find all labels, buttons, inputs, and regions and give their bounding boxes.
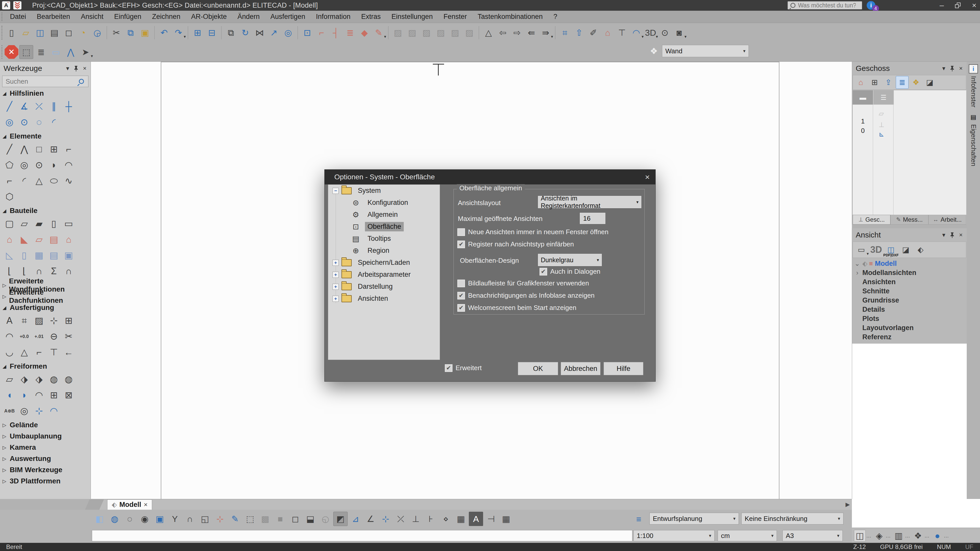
house-wizard-icon[interactable]: ⌂ — [601, 26, 614, 40]
tool-icon[interactable]: ▤ — [46, 232, 61, 247]
help-button[interactable]: Hilfe — [604, 362, 643, 375]
structure-tree-icon[interactable]: ❖ — [910, 76, 922, 89]
tool-icon[interactable]: ▱ — [17, 216, 32, 231]
more-dots-icon[interactable]: … — [944, 533, 949, 539]
height-settings-icon[interactable]: ⇧ — [572, 26, 586, 40]
tree-item-arbeitsparameter[interactable]: +Arbeitsparameter — [328, 268, 440, 281]
menu-fenster[interactable]: Fenster — [438, 11, 473, 23]
checkbox-icon[interactable] — [457, 304, 465, 312]
tool-icon[interactable]: ╱ — [2, 142, 17, 157]
tool-icon[interactable]: ⌐ — [61, 142, 76, 157]
cancel-icon[interactable]: ✕ — [5, 45, 18, 59]
model-import-icon[interactable]: ⬖ — [914, 243, 928, 257]
zoom-fit-icon[interactable]: ▣ — [153, 512, 167, 526]
tree-item-konfiguration[interactable]: ⊜Konfiguration — [328, 197, 440, 209]
view-next-icon[interactable]: ⇨ — [510, 26, 524, 40]
tab-arbeit[interactable]: ↔Arbeit... — [928, 215, 966, 224]
max-views-input[interactable]: 16 — [580, 213, 605, 224]
select-region-icon[interactable]: ◎ — [281, 26, 295, 40]
checkbox-welcome[interactable]: Welcomescreen beim Start anzeigen — [457, 304, 576, 312]
tree-item-darstellung[interactable]: +Darstellung — [328, 281, 440, 292]
tool-icon[interactable]: ◍ — [46, 372, 61, 387]
pin-icon[interactable] — [73, 65, 79, 71]
trim-element-icon[interactable]: ┤ — [329, 26, 343, 40]
select-icon[interactable]: ⬚ — [19, 45, 33, 59]
dialog-title-bar[interactable]: Optionen - System - Oberfläche × — [325, 170, 655, 184]
point-snap-icon[interactable]: ⊹ — [379, 512, 393, 526]
light-icon[interactable]: ⊙ — [658, 26, 672, 40]
tool-icon[interactable]: ∩ — [61, 264, 76, 279]
undo-icon[interactable]: ↶ — [157, 26, 171, 40]
tool-icon[interactable]: ◠ — [2, 329, 17, 344]
checkbox-also-dialogs[interactable]: Auch in Dialogen — [539, 268, 600, 275]
polyline-icon[interactable]: ⋀ — [64, 45, 78, 59]
grid-snap-icon[interactable]: ▦ — [454, 512, 468, 526]
section-umbauplanung[interactable]: ▷Umbauplanung — [0, 430, 91, 442]
dropdown-arrow-icon[interactable]: ▾ — [384, 34, 386, 39]
tree-expander-icon[interactable]: + — [332, 284, 339, 290]
tool-icon[interactable]: ⬭ — [46, 173, 61, 188]
cone-icon[interactable]: △ — [482, 26, 495, 40]
menu-ausfertigen[interactable]: Ausfertigen — [265, 11, 311, 23]
storey-book-icon[interactable]: ⌂ — [854, 76, 867, 89]
tool-icon[interactable]: ◖ — [2, 388, 17, 403]
shaded-view-icon[interactable]: ◩ — [333, 512, 348, 526]
menu-tastenkombinationen[interactable]: Tastenkombinationen — [472, 11, 548, 23]
tool-icon[interactable]: ⊖ — [46, 329, 61, 344]
checkbox-register-color[interactable]: Register nach Ansichtstyp einfärben — [457, 240, 574, 248]
web-panel-icon[interactable]: ● — [932, 530, 943, 541]
style-settings-icon[interactable]: ✐ — [587, 26, 600, 40]
intersection-snap-icon[interactable]: ⤫ — [393, 512, 408, 526]
storey-new-icon[interactable]: ⊞ — [868, 76, 881, 89]
checkbox-icon[interactable] — [539, 268, 547, 275]
menu-ndern[interactable]: Ändern — [232, 11, 265, 23]
hatch-style-5-icon[interactable]: ▨ — [448, 26, 462, 40]
cancel-button[interactable]: Abbrechen — [561, 362, 600, 375]
shaded-sphere-icon[interactable]: ◵ — [318, 512, 332, 526]
checkbox-icon[interactable] — [457, 279, 465, 287]
pin-icon[interactable] — [950, 232, 955, 238]
close-icon[interactable]: × — [959, 65, 963, 72]
panel-menu-icon[interactable]: ▾ — [66, 65, 69, 72]
tree-item-oberfl-che[interactable]: ⊡Oberfläche — [328, 221, 440, 233]
hatch-style-6-icon[interactable]: ▨ — [463, 26, 476, 40]
cut-icon[interactable]: ✂ — [110, 26, 123, 40]
dropdown-arrow-icon[interactable]: ▾ — [656, 34, 658, 39]
checkbox-icon[interactable] — [457, 228, 465, 236]
tool-icon[interactable]: ∡ — [17, 99, 32, 114]
section-freiformen[interactable]: ◢Freiformen — [0, 361, 91, 372]
section-gel-nde[interactable]: ▷Gelände — [0, 419, 91, 430]
tool-icon[interactable]: ▱ — [2, 372, 17, 387]
tool-icon[interactable]: ⌐ — [32, 345, 46, 360]
invert-selection-icon[interactable]: ◪ — [923, 76, 936, 89]
tree-item-tooltips[interactable]: ▤Tooltips — [328, 233, 440, 245]
design-dropdown[interactable]: Dunkelgrau▾ — [538, 254, 602, 266]
viewport-icon[interactable]: ▭▾ — [854, 243, 868, 257]
plan-window-icon[interactable]: ◫ — [854, 530, 865, 541]
hatch-style-4-icon[interactable]: ▨ — [434, 26, 448, 40]
zoom-previous-icon[interactable]: ◉ — [138, 512, 152, 526]
view-tree-item-schnitte[interactable]: Schnitte — [852, 286, 967, 295]
close-icon[interactable]: × — [959, 231, 963, 238]
section-elemente[interactable]: ◢Elemente — [0, 130, 91, 142]
nearest-snap-icon[interactable]: ⋄ — [439, 512, 453, 526]
tools-search-input[interactable] — [5, 77, 72, 86]
assistant-search[interactable] — [788, 1, 862, 10]
redo-icon[interactable]: ↷▾ — [172, 26, 185, 40]
assistant-search-input[interactable] — [797, 2, 856, 9]
tool-icon[interactable]: ∥ — [46, 99, 61, 114]
dialog-close-button[interactable]: × — [645, 172, 650, 182]
dropdown-arrow-icon[interactable]: ▾ — [641, 34, 644, 39]
tool-icon[interactable]: ▨ — [32, 313, 46, 328]
plan-reference-icon[interactable]: ⊹ — [213, 512, 227, 526]
tool-icon[interactable]: ⊠ — [61, 388, 76, 403]
tool-icon[interactable]: Σ — [46, 264, 61, 279]
storey-list-icon[interactable]: ≣ — [896, 76, 908, 89]
camera-icon[interactable]: ◙▾ — [672, 26, 686, 40]
zoom-in-icon[interactable]: ⊞ — [191, 26, 204, 40]
view-tree-item-layoutvorlagen[interactable]: Layoutvorlagen — [852, 323, 967, 332]
view-previous-icon[interactable]: ⇦ — [496, 26, 510, 40]
tool-icon[interactable]: ⊙ — [32, 158, 46, 172]
zoom-region-icon[interactable]: ◍ — [107, 512, 122, 526]
rectangle-icon[interactable]: ▭ — [49, 45, 63, 59]
